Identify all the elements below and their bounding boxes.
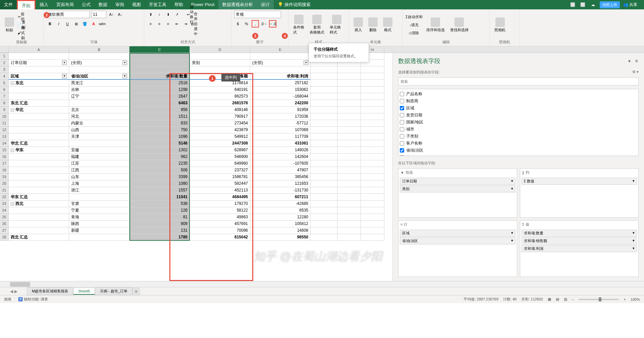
cell[interactable] [337,227,361,234]
titlebar-icon-1[interactable]: ⬜ [570,1,576,8]
align-middle-button[interactable]: ↕ [156,11,163,18]
cell[interactable]: 237327 [190,167,250,174]
camera-button[interactable]: 照相机 [492,17,507,33]
row-header[interactable]: 6 [0,87,9,93]
cell[interactable] [311,174,337,180]
pivot-field-list[interactable]: 产品名称制造商区域发货日期国家/地区城市子类别客户名称省/自治区类别 [398,89,639,156]
cell[interactable] [9,93,69,100]
cell[interactable] [9,53,69,60]
cell[interactable] [69,100,129,107]
tab-file[interactable]: 文件 [0,0,17,9]
format-cells-button[interactable]: 格式 [381,17,394,33]
row-header[interactable]: 26 [0,221,9,227]
field-checkbox[interactable] [400,141,404,146]
row-header[interactable]: 19 [0,174,9,180]
cell[interactable]: 上海 [69,180,129,187]
cell[interactable] [337,214,361,221]
cell[interactable] [9,87,69,93]
cell[interactable] [311,187,337,194]
cell[interactable] [311,160,337,167]
cell[interactable]: 409146 [190,107,250,113]
cell[interactable]: 431061 [250,140,311,147]
wrap-button[interactable]: ↩ 自动换行 [186,11,194,18]
font-color-button[interactable]: A [90,20,97,27]
row-header[interactable]: 7 [0,93,9,100]
row-header[interactable]: 10 [0,113,9,120]
dropdown-icon[interactable]: ▾ [633,179,635,184]
cell[interactable]: 833 [129,120,190,127]
percent-button[interactable]: % [243,20,250,27]
align-right-button[interactable]: ≡ [164,20,172,27]
field-checkbox[interactable] [400,92,404,96]
cell[interactable] [361,93,384,100]
cond-format-button[interactable]: 条件格式 [291,14,306,36]
cell[interactable] [311,194,337,201]
tab-dev[interactable]: 开发工具 [145,0,170,9]
cell[interactable] [311,66,337,73]
cell[interactable]: -57712 [250,120,311,127]
tab-insert[interactable]: 插入 [36,0,52,9]
cell[interactable] [337,93,361,100]
cell[interactable]: 8535 [250,207,311,214]
cell[interactable] [9,154,69,160]
cell[interactable]: 新疆 [69,227,129,234]
row-header[interactable]: 4 [0,73,9,80]
cell[interactable] [361,73,384,80]
table-format-button[interactable]: 套用 表格格式 [308,14,326,36]
increase-font-button[interactable]: A↑ [108,11,115,18]
tab-design[interactable]: 设计 [257,0,274,9]
cell[interactable] [311,93,337,100]
cell[interactable] [69,53,129,60]
cell[interactable] [9,160,69,167]
tab-review[interactable]: 审阅 [111,0,128,9]
upload-button[interactable]: 拍照上传 [600,1,620,8]
view-break-button[interactable]: ▥ [564,297,567,301]
cell[interactable]: 81 [129,214,190,221]
cell[interactable] [337,234,361,241]
cell[interactable] [361,87,384,93]
cell[interactable] [337,87,361,93]
sheet-tab-1[interactable]: M超市各区域销售报表 [27,287,73,295]
cell[interactable] [250,53,311,60]
pivot-field[interactable]: 产品名称 [400,91,637,98]
cell[interactable]: 北京 [69,107,129,113]
cell[interactable]: −华北 [9,107,69,113]
cell[interactable] [311,133,337,140]
pivot-area-filter[interactable]: ▼筛选 订单日期▾类别▾ [398,168,517,218]
cell[interactable] [311,80,337,87]
cell[interactable] [311,207,337,214]
cell[interactable] [337,207,361,214]
cell[interactable]: 909 [129,221,190,227]
number-format-select[interactable] [234,11,281,18]
cell[interactable] [361,227,384,234]
cell[interactable] [337,201,361,207]
cell[interactable]: 4684495 [190,194,250,201]
cell[interactable] [311,147,337,154]
cell[interactable]: 6463 [129,100,190,107]
cell[interactable] [337,160,361,167]
cell[interactable]: 东北 汇总 [9,100,69,107]
cell[interactable] [337,187,361,194]
row-header[interactable]: 3 [0,66,9,73]
cell[interactable] [361,180,384,187]
cell[interactable]: 省/自治区▾ [69,73,129,80]
cell[interactable] [311,227,337,234]
cell[interactable] [311,221,337,227]
row-header[interactable]: 15 [0,147,9,154]
cell[interactable] [337,107,361,113]
field-checkbox[interactable] [400,120,404,124]
cell[interactable] [311,154,337,160]
cell[interactable] [361,187,384,194]
cell[interactable]: -42685 [250,201,311,207]
cell[interactable]: 宁夏 [69,207,129,214]
cell[interactable]: 385456 [250,174,311,180]
cell[interactable]: 3399 [129,174,190,180]
cell[interactable] [361,120,384,127]
cell[interactable] [311,107,337,113]
cell[interactable] [337,167,361,174]
cell[interactable] [129,53,190,60]
cell[interactable] [337,120,361,127]
cell[interactable] [311,127,337,133]
cell[interactable] [361,127,384,133]
cell[interactable] [9,207,69,214]
